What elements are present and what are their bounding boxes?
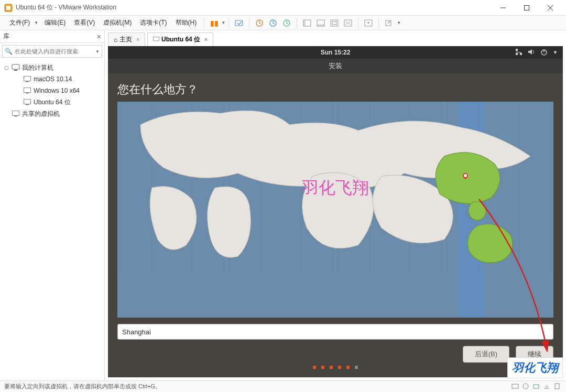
device-icon[interactable] — [511, 383, 520, 391]
tab-close-icon[interactable]: × — [136, 37, 139, 42]
pause-icon[interactable]: ▮▮ — [210, 18, 219, 28]
tree-vm-macos[interactable]: macOS 10.14 — [1, 73, 103, 85]
send-ctrl-alt-del-icon[interactable] — [234, 18, 244, 28]
vm-tree: ▢ 我的计算机 macOS 10.14 Windows 10 x64 Ubunt… — [0, 60, 104, 122]
chevron-down-icon: ▼ — [34, 20, 38, 25]
svg-rect-28 — [14, 116, 17, 117]
search-input[interactable] — [13, 48, 95, 55]
status-bar: 要将输入定向到该虚拟机，请在虚拟机内部单击或按 Ctrl+G。 — [0, 380, 566, 392]
tree-label: Windows 10 x64 — [34, 87, 80, 94]
tree-vm-ubuntu[interactable]: Ubuntu 64 位 — [1, 96, 103, 108]
svg-rect-20 — [14, 70, 17, 71]
svg-rect-19 — [12, 64, 19, 69]
svg-rect-29 — [154, 37, 159, 41]
sidebar-search[interactable]: 🔍 ▼ — [2, 45, 102, 58]
view-stretch-icon[interactable] — [330, 18, 339, 28]
tab-close-icon[interactable]: × — [204, 37, 208, 42]
svg-rect-25 — [24, 100, 31, 104]
view-split-icon[interactable] — [316, 18, 325, 28]
ubuntu-clock: Sun 15:22 — [321, 49, 351, 56]
network-icon[interactable] — [515, 48, 523, 57]
fullscreen-icon[interactable] — [364, 18, 373, 28]
ubuntu-top-bar: Sun 15:22 ▼ — [108, 46, 563, 59]
device-icon[interactable] — [553, 383, 562, 391]
chevron-down-icon[interactable]: ▼ — [553, 50, 558, 55]
menu-tabs[interactable]: 选项卡(T) — [136, 18, 171, 27]
menu-view[interactable]: 查看(V) — [70, 18, 99, 27]
status-text: 要将输入定向到该虚拟机，请在虚拟机内部单击或按 Ctrl+G。 — [4, 383, 161, 390]
snapshot-manager-icon[interactable] — [268, 18, 278, 28]
search-icon: 🔍 — [5, 48, 13, 55]
menu-bar: 文件(F) ▼ 编辑(E) 查看(V) 虚拟机(M) 选项卡(T) 帮助(H) … — [0, 16, 566, 30]
snapshot-icon[interactable] — [255, 18, 264, 28]
timezone-map[interactable]: 羽化飞翔 — [117, 102, 553, 318]
vm-icon — [23, 98, 31, 106]
tree-label: macOS 10.14 — [34, 75, 72, 83]
back-button[interactable]: 后退(B) — [463, 346, 509, 363]
svg-rect-50 — [534, 385, 539, 388]
svg-rect-24 — [26, 93, 29, 94]
menu-help[interactable]: 帮助(H) — [171, 18, 201, 27]
view-single-icon[interactable] — [302, 18, 312, 28]
svg-rect-32 — [516, 53, 518, 55]
svg-rect-11 — [303, 20, 306, 26]
tree-label: Ubuntu 64 位 — [34, 98, 71, 107]
tree-shared[interactable]: 共享的虚拟机 — [1, 108, 103, 119]
sidebar-close-icon[interactable]: × — [97, 32, 101, 41]
library-sidebar: 库 × 🔍 ▼ ▢ 我的计算机 macOS 10.14 Windows 10 x — [0, 30, 105, 380]
volume-icon[interactable] — [528, 48, 535, 57]
maximize-button[interactable] — [515, 1, 538, 15]
svg-rect-48 — [512, 384, 518, 388]
svg-rect-13 — [317, 24, 324, 26]
window-title: Ubuntu 64 位 - VMware Workstation — [16, 3, 491, 12]
chevron-down-icon[interactable]: ▼ — [95, 49, 100, 54]
vm-display[interactable]: Sun 15:22 ▼ 安装 您在什么地方？ — [108, 46, 563, 377]
tab-label: 主页 — [119, 35, 132, 44]
progress-dots — [117, 366, 553, 372]
window-titlebar: Ubuntu 64 位 - VMware Workstation — [0, 0, 566, 16]
collapse-icon[interactable]: ▢ — [3, 65, 9, 70]
device-icon[interactable] — [522, 383, 530, 391]
sidebar-title: 库 — [3, 32, 97, 41]
tab-ubuntu[interactable]: Ubuntu 64 位 × — [147, 32, 213, 46]
tab-bar: ⌂ 主页 × Ubuntu 64 位 × — [105, 30, 566, 46]
vm-icon — [23, 86, 31, 95]
ubuntu-install-header: 安装 — [108, 59, 563, 73]
svg-rect-3 — [524, 5, 529, 10]
shared-icon — [12, 110, 20, 118]
snapshot-revert-icon[interactable] — [282, 18, 291, 28]
location-input[interactable] — [117, 324, 553, 340]
menu-edit[interactable]: 编辑(E) — [40, 18, 70, 27]
svg-rect-27 — [13, 111, 19, 116]
svg-rect-14 — [331, 20, 338, 26]
view-fit-icon[interactable] — [343, 18, 353, 28]
device-icon[interactable] — [532, 383, 541, 391]
svg-rect-26 — [26, 104, 29, 105]
close-button[interactable] — [538, 1, 562, 15]
unity-icon[interactable] — [384, 18, 394, 28]
install-panel: 您在什么地方？ — [108, 73, 563, 377]
computer-icon — [12, 63, 20, 72]
tab-home[interactable]: ⌂ 主页 × — [108, 32, 145, 46]
power-icon[interactable] — [540, 48, 548, 57]
device-icon[interactable] — [543, 383, 551, 391]
vm-icon — [153, 36, 159, 43]
install-question: 您在什么地方？ — [117, 82, 553, 97]
corner-watermark: 羽化飞翔 — [507, 357, 563, 378]
app-icon — [4, 4, 13, 12]
minimize-button[interactable] — [491, 1, 515, 15]
svg-rect-16 — [344, 20, 352, 26]
svg-rect-23 — [24, 88, 31, 93]
location-marker — [463, 173, 468, 178]
tree-my-computer[interactable]: ▢ 我的计算机 — [1, 62, 103, 73]
svg-rect-15 — [332, 21, 336, 25]
menu-vm[interactable]: 虚拟机(M) — [99, 18, 136, 27]
tree-label: 共享的虚拟机 — [22, 110, 60, 118]
svg-rect-1 — [6, 6, 10, 10]
svg-rect-22 — [26, 81, 29, 82]
tree-label: 我的计算机 — [22, 63, 53, 72]
tree-vm-windows[interactable]: Windows 10 x64 — [1, 85, 103, 96]
svg-rect-51 — [555, 384, 559, 389]
menu-file[interactable]: 文件(F) — [5, 18, 34, 27]
svg-point-49 — [523, 384, 528, 389]
